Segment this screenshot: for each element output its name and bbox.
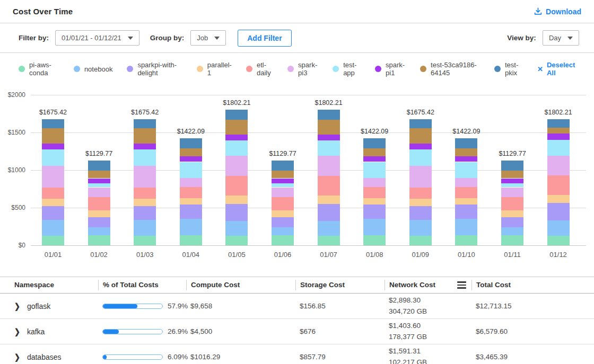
table-row-kafka[interactable]: ❯kafka26.9%$4,500$676$1,403.60178,377 GB… [0,319,594,344]
table-row-goflask[interactable]: ❯goflask57.9%$9,658$156.85$2,898.30304,7… [0,294,594,319]
bar-segment-sparkpi-with-delight[interactable] [363,205,386,219]
bar-segment-parallel-1[interactable] [318,196,340,205]
bar-segment-test-53ca9186-64145[interactable] [225,120,248,135]
bar-segment-test-pkix[interactable] [455,138,477,148]
bar-segment-sparkpi-with-delight[interactable] [547,203,570,220]
bar-segment-pi-aws-conda[interactable] [134,236,156,245]
bar-segment-pi-aws-conda[interactable] [501,235,523,245]
bar-segment-spark-pi1[interactable] [272,179,294,184]
legend-item-test-53ca9186-64145[interactable]: test-53ca9186-64145 [420,61,480,77]
bar-segment-pi-aws-conda[interactable] [272,235,294,245]
bar-segment-spark-pi1[interactable] [180,156,202,162]
bar-segment-spark-pi1[interactable] [225,135,248,141]
bar-segment-parallel-1[interactable] [409,199,432,206]
bar-segment-etl-daily[interactable] [42,188,64,199]
bar-segment-spark-pi1[interactable] [455,156,477,162]
bar-segment-etl-daily[interactable] [547,175,570,195]
bar-segment-test-53ca9186-64145[interactable] [318,120,340,135]
legend-item-etl-daily[interactable]: etl-daily [246,61,273,77]
bar-segment-spark-pi1[interactable] [547,134,570,140]
bar-segment-test-53ca9186-64145[interactable] [409,128,432,144]
bar-segment-spark-pi1[interactable] [42,144,64,149]
legend-item-test-app[interactable]: test-app [333,61,361,77]
bar-segment-sparkpi-with-delight[interactable] [225,204,248,221]
bar-segment-sparkpi-with-delight[interactable] [134,206,156,220]
bar-segment-notebook[interactable] [455,219,477,235]
bar-segment-test-pkix[interactable] [272,161,294,171]
bar-segment-parallel-1[interactable] [363,198,386,205]
legend-item-pi-aws-conda[interactable]: pi-aws-conda [19,61,59,77]
bar-segment-test-app[interactable] [180,162,202,179]
bar-segment-sparkpi-with-delight[interactable] [455,205,477,219]
bar-segment-notebook[interactable] [318,221,340,236]
bar-segment-etl-daily[interactable] [272,197,294,210]
bar-segment-notebook[interactable] [547,220,570,235]
bar-segment-spark-pi1[interactable] [501,179,523,184]
bar-segment-spark-pi3[interactable] [501,188,523,198]
bar-segment-test-53ca9186-64145[interactable] [455,148,477,156]
bar-segment-test-53ca9186-64145[interactable] [180,148,202,156]
legend-item-spark-pi1[interactable]: spark-pi1 [375,61,406,77]
chevron-right-icon[interactable]: ❯ [14,352,20,361]
legend-item-notebook[interactable]: notebook [74,65,113,73]
bar-segment-sparkpi-with-delight[interactable] [501,217,523,228]
namespace-cell[interactable]: ❯databases [13,353,98,361]
bar-segment-test-pkix[interactable] [318,110,340,120]
col-header-namespace[interactable]: Namespace [13,280,98,290]
bar-segment-test-53ca9186-64145[interactable] [363,148,386,156]
bar-segment-test-53ca9186-64145[interactable] [501,171,523,178]
bar-segment-test-app[interactable] [547,140,570,156]
bar-segment-test-pkix[interactable] [501,161,523,171]
bar-segment-test-pkix[interactable] [225,110,248,120]
bar-segment-etl-daily[interactable] [363,187,386,198]
bar-segment-etl-daily[interactable] [455,187,477,198]
bar-segment-test-app[interactable] [501,183,523,187]
bar-segment-spark-pi1[interactable] [409,144,432,149]
bar-segment-pi-aws-conda[interactable] [225,236,248,245]
bar-segment-pi-aws-conda[interactable] [318,236,340,245]
legend-item-parallel-1[interactable]: parallel-1 [197,61,232,77]
bar-segment-pi-aws-conda[interactable] [547,236,570,245]
bar-segment-test-app[interactable] [363,162,386,179]
bar-segment-notebook[interactable] [180,219,202,235]
bar-segment-test-app[interactable] [318,140,340,156]
bar-segment-notebook[interactable] [409,220,432,236]
bar-segment-test-app[interactable] [88,183,110,187]
bar-segment-spark-pi3[interactable] [409,166,432,188]
bar-segment-spark-pi1[interactable] [318,135,340,141]
bar-segment-parallel-1[interactable] [272,210,294,217]
bar-segment-parallel-1[interactable] [455,198,477,205]
bar-segment-spark-pi3[interactable] [363,178,386,187]
bar-segment-notebook[interactable] [134,220,156,236]
bar-segment-spark-pi1[interactable] [363,156,386,162]
bar-segment-spark-pi3[interactable] [547,156,570,175]
bar-segment-parallel-1[interactable] [547,195,570,203]
bar-segment-sparkpi-with-delight[interactable] [272,217,294,228]
col-header-network[interactable]: Network Cost [385,280,471,290]
bar-segment-sparkpi-with-delight[interactable] [409,206,432,220]
bar-segment-test-53ca9186-64145[interactable] [42,128,64,144]
legend-item-test-pkix[interactable]: test-pkix [494,61,523,77]
table-row-databases[interactable]: ❯databases6.09%$1016.29$857.79$1,591.311… [0,344,594,364]
namespace-cell[interactable]: ❯kafka [13,327,98,336]
download-button[interactable]: Download [534,7,581,16]
bar-segment-test-pkix[interactable] [42,119,64,128]
legend-item-spark-pi3[interactable]: spark-pi3 [287,61,318,77]
bar-segment-pi-aws-conda[interactable] [180,235,202,245]
legend-item-sparkpi-with-delight[interactable]: sparkpi-with-delight [127,61,182,77]
bar-segment-etl-daily[interactable] [409,188,432,199]
bar-segment-spark-pi3[interactable] [88,188,110,198]
col-header-compute[interactable]: Compute Cost [186,280,295,290]
bar-segment-test-pkix[interactable] [134,119,156,128]
bar-segment-parallel-1[interactable] [42,199,64,206]
deselect-all-button[interactable]: ✕Deselect All [537,61,575,77]
bar-segment-pi-aws-conda[interactable] [409,236,432,245]
namespace-cell[interactable]: ❯goflask [13,302,98,310]
bar-segment-etl-daily[interactable] [134,188,156,199]
group-by-select[interactable]: Job [190,30,226,46]
bar-segment-test-53ca9186-64145[interactable] [88,171,110,178]
chevron-right-icon[interactable]: ❯ [14,301,20,310]
bar-segment-test-pkix[interactable] [363,138,386,148]
bar-segment-parallel-1[interactable] [134,199,156,206]
bar-segment-spark-pi1[interactable] [88,179,110,184]
